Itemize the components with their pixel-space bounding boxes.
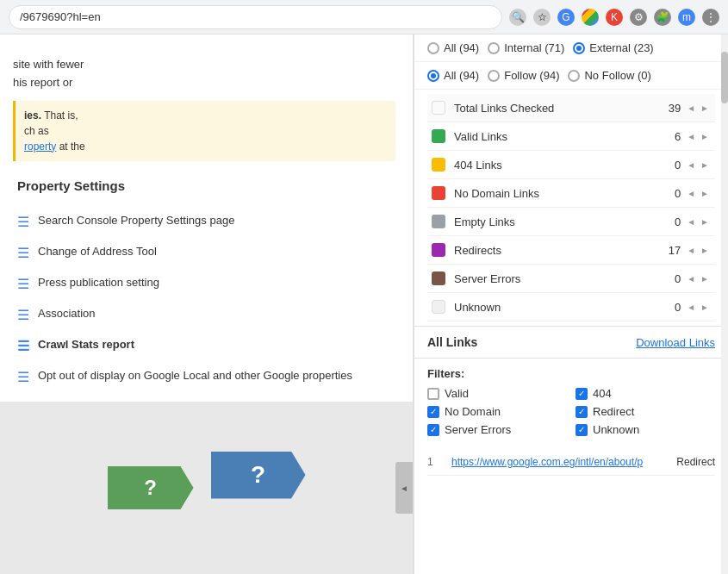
no-domain-arrow-left[interactable]: ◄ — [685, 187, 697, 200]
radio-circle-nofollow-0 — [568, 70, 580, 82]
red-icon[interactable]: K — [606, 9, 623, 26]
address-text: /9679690?hl=en — [20, 10, 101, 23]
radio-external-23[interactable]: External (23) — [573, 41, 653, 54]
server-errors-value: 0 — [655, 272, 681, 285]
empty-value: 0 — [655, 215, 681, 228]
stat-row-server-errors: Server Errors 0 ◄ ► — [427, 265, 715, 293]
redirects-arrow-right[interactable]: ► — [699, 244, 711, 257]
chrome-icon[interactable] — [582, 9, 599, 26]
filter-item-server-errors[interactable]: Server Errors — [427, 423, 567, 436]
link-number-1: 1 — [427, 456, 445, 468]
unknown-arrows: ◄ ► — [685, 301, 711, 314]
puzzle-icon[interactable]: 🧩 — [654, 9, 671, 26]
total-value: 39 — [655, 102, 681, 115]
unknown-arrow-left[interactable]: ◄ — [685, 301, 697, 314]
redirects-value: 17 — [655, 244, 681, 257]
no-domain-arrows: ◄ ► — [685, 187, 711, 200]
menu-item-search-console[interactable]: ☰ Search Console Property Settings page — [9, 206, 404, 237]
stat-row-no-domain: No Domain Links 0 ◄ ► — [427, 179, 715, 208]
menu-item-change-address[interactable]: ☰ Change of Address Tool — [9, 237, 404, 268]
total-dot — [432, 101, 445, 115]
menu-icon-search-console: ☰ — [17, 214, 29, 230]
total-arrow-right[interactable]: ► — [699, 102, 711, 115]
empty-arrow-left[interactable]: ◄ — [685, 215, 697, 228]
text-line-2: his report or — [13, 74, 395, 92]
radio-follow-94[interactable]: Follow (94) — [488, 69, 559, 82]
filter-item-no-domain[interactable]: No Domain — [427, 405, 567, 418]
user-icon[interactable]: m — [678, 9, 695, 26]
link-row-1: 1 https://www.google.com.eg/intl/en/abou… — [427, 449, 715, 476]
radio-all-94-bottom[interactable]: All (94) — [427, 69, 479, 82]
menu-item-opt-out[interactable]: ☰ Opt out of display on Google Local and… — [9, 361, 404, 392]
browser-bar: /9679690?hl=en 🔍 ☆ G K ⚙ 🧩 m ⋮ — [0, 0, 728, 34]
menu-label-association: Association — [38, 306, 95, 321]
server-errors-arrow-right[interactable]: ► — [699, 272, 711, 285]
google-icon[interactable]: G — [557, 9, 575, 26]
empty-arrows: ◄ ► — [685, 215, 711, 228]
unknown-dot — [432, 300, 445, 314]
valid-arrow-left[interactable]: ◄ — [685, 130, 697, 143]
radio-label-external-23: External (23) — [589, 41, 653, 54]
menu-icon-press-publication: ☰ — [17, 276, 29, 292]
menu-item-association[interactable]: ☰ Association — [9, 299, 404, 330]
more-icon[interactable]: ⋮ — [702, 9, 719, 26]
panel-handle[interactable]: ◄ — [395, 462, 413, 514]
checkbox-unknown — [576, 424, 588, 436]
search-icon[interactable]: 🔍 — [509, 9, 526, 26]
404-arrow-right[interactable]: ► — [699, 159, 711, 172]
link-url-1[interactable]: https://www.google.com.eg/intl/en/about/… — [451, 456, 656, 468]
links-list: 1 https://www.google.com.eg/intl/en/abou… — [414, 445, 728, 480]
404-arrow-left[interactable]: ◄ — [685, 159, 697, 172]
stat-row-unknown: Unknown 0 ◄ ► — [427, 293, 715, 321]
menu-icon-association: ☰ — [17, 307, 29, 323]
filters-title: Filters: — [427, 367, 715, 380]
filter-label-unknown: Unknown — [593, 423, 639, 436]
star-icon[interactable]: ☆ — [533, 9, 551, 26]
download-links-button[interactable]: Download Links — [636, 336, 715, 349]
scrollbar-track — [721, 34, 728, 574]
redirects-arrows: ◄ ► — [685, 244, 711, 257]
redirects-arrow-left[interactable]: ◄ — [685, 244, 697, 257]
gear-icon[interactable]: ⚙ — [630, 9, 647, 26]
filters-section: Filters: Valid 404 No Domain Redirect — [414, 359, 728, 445]
server-errors-dot — [432, 271, 445, 285]
scrollbar-thumb[interactable] — [721, 52, 728, 103]
server-errors-arrow-left[interactable]: ◄ — [685, 272, 697, 285]
stat-row-valid: Valid Links 6 ◄ ► — [427, 122, 715, 151]
sign-blue: ? — [211, 452, 306, 499]
radio-all-94-top[interactable]: All (94) — [427, 41, 479, 54]
server-errors-arrows: ◄ ► — [685, 272, 711, 285]
unknown-arrow-right[interactable]: ► — [699, 301, 711, 314]
radio-internal-71[interactable]: Internal (71) — [488, 41, 564, 54]
filters-grid: Valid 404 No Domain Redirect Server Erro — [427, 387, 715, 436]
note-link[interactable]: roperty — [24, 140, 56, 153]
menu-icon-crawl-stats: ☰ — [17, 338, 29, 354]
checkbox-no-domain — [427, 406, 439, 418]
menu-icon-change-address: ☰ — [17, 245, 29, 261]
filter-item-unknown[interactable]: Unknown — [576, 423, 715, 436]
checkbox-server-errors — [427, 424, 439, 436]
stat-row-empty: Empty Links 0 ◄ ► — [427, 208, 715, 236]
total-arrow-left[interactable]: ◄ — [685, 102, 697, 115]
radio-circle-external-23 — [573, 42, 585, 54]
radio-nofollow-0[interactable]: No Follow (0) — [568, 69, 650, 82]
radio-label-nofollow-0: No Follow (0) — [584, 69, 650, 82]
no-domain-arrow-right[interactable]: ► — [699, 187, 711, 200]
filter-row-1: All (94) Internal (71) External (23) — [414, 34, 728, 62]
menu-label-change-address: Change of Address Tool — [38, 244, 157, 259]
filter-row-2: All (94) Follow (94) No Follow (0) — [414, 62, 728, 90]
filter-item-404[interactable]: 404 — [576, 387, 715, 400]
valid-arrow-right[interactable]: ► — [699, 130, 711, 143]
menu-item-press-publication[interactable]: ☰ Press publication setting — [9, 268, 404, 299]
note-bold: ies. — [24, 109, 41, 122]
404-label: 404 Links — [454, 159, 655, 172]
filter-item-valid[interactable]: Valid — [427, 387, 567, 400]
address-bar[interactable]: /9679690?hl=en — [9, 5, 502, 29]
right-panel: All (94) Internal (71) External (23) All… — [414, 34, 728, 574]
redirects-label: Redirects — [454, 244, 655, 257]
empty-arrow-right[interactable]: ► — [699, 215, 711, 228]
property-settings-title: Property Settings — [9, 178, 404, 193]
filter-item-redirect[interactable]: Redirect — [576, 405, 715, 418]
menu-item-crawl-stats[interactable]: ☰ Crawl Stats report — [9, 330, 404, 361]
menu-label-press-publication: Press publication setting — [38, 275, 159, 290]
